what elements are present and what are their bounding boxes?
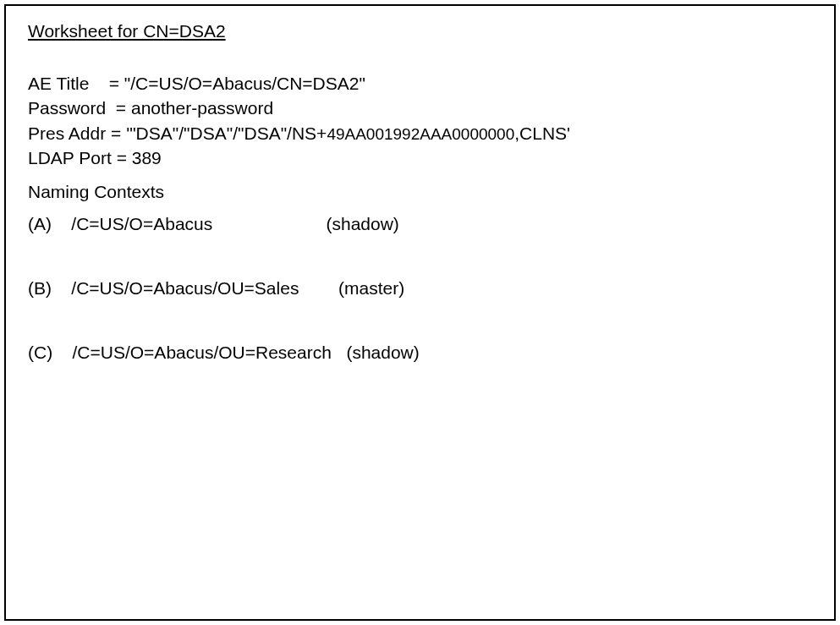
ldap-port-label: LDAP Port [28, 148, 112, 167]
naming-contexts-header: Naming Contexts [28, 182, 812, 202]
context-letter: (B) [28, 278, 52, 298]
password-label: Password [28, 98, 106, 118]
pres-addr-hex: 49AA001992AAA0000000 [327, 125, 514, 143]
context-row-b: (B) /C=US/O=Abacus/OU=Sales (master) [28, 278, 812, 299]
password-value: another-password [131, 98, 273, 118]
pres-addr-suffix: ,CLNS' [514, 123, 570, 143]
ae-title-value: "/C=US/O=Abacus/CN=DSA2" [124, 74, 365, 93]
worksheet-container: Worksheet for CN=DSA2 AE Title = "/C=US/… [4, 4, 836, 621]
context-path: /C=US/O=Abacus/OU=Research [73, 343, 332, 362]
ae-title-label: AE Title [28, 74, 89, 93]
context-role: (master) [338, 278, 404, 298]
context-role: (shadow) [326, 214, 398, 233]
context-path: /C=US/O=Abacus [71, 214, 212, 233]
worksheet-title: Worksheet for CN=DSA2 [28, 21, 812, 41]
context-letter: (C) [28, 343, 52, 362]
pres-addr-row: Pres Addr = '"DSA"/"DSA"/"DSA"/NS+49AA00… [28, 122, 812, 145]
context-letter: (A) [28, 214, 52, 233]
ae-title-row: AE Title = "/C=US/O=Abacus/CN=DSA2" [28, 72, 812, 95]
pres-addr-label: Pres Addr [28, 123, 106, 143]
context-path: /C=US/O=Abacus/OU=Sales [71, 278, 299, 298]
fields-section: AE Title = "/C=US/O=Abacus/CN=DSA2" Pass… [28, 72, 812, 170]
context-role: (shadow) [346, 343, 419, 362]
context-row-c: (C) /C=US/O=Abacus/OU=Research (shadow) [28, 343, 812, 363]
ldap-port-row: LDAP Port = 389 [28, 146, 812, 169]
context-row-a: (A) /C=US/O=Abacus (shadow) [28, 214, 812, 234]
pres-addr-prefix: '"DSA"/"DSA"/"DSA"/NS+ [126, 123, 327, 143]
contexts-list: (A) /C=US/O=Abacus (shadow) (B) /C=US/O=… [28, 214, 812, 363]
password-row: Password = another-password [28, 96, 812, 119]
ldap-port-value: 389 [132, 148, 162, 167]
